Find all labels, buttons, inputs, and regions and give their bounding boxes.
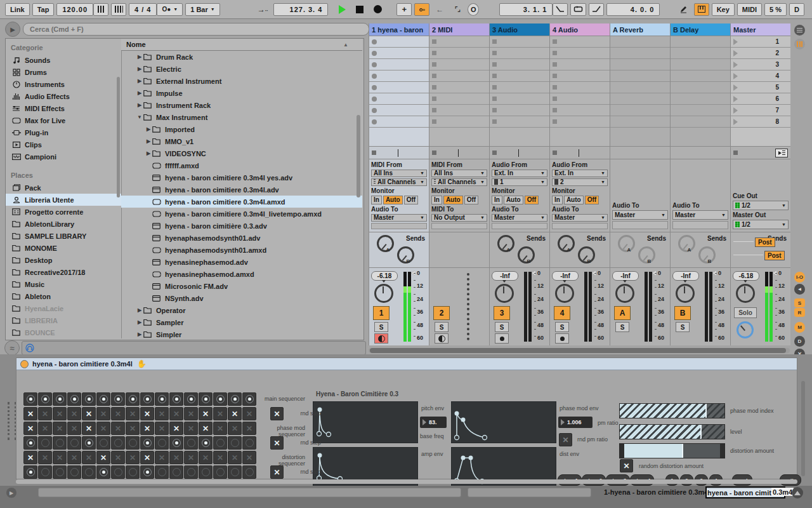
clip-slot[interactable] bbox=[671, 70, 730, 82]
post-toggle-b[interactable]: Post bbox=[764, 251, 785, 260]
track-activator-button[interactable]: 4 bbox=[554, 306, 570, 320]
track-activator-button[interactable]: 3 bbox=[494, 306, 510, 320]
send-b-knob[interactable]: B bbox=[518, 246, 535, 264]
cue-volume-knob[interactable] bbox=[737, 321, 754, 338]
seq-step-3-15[interactable]: ✕ bbox=[228, 422, 242, 435]
clip-slot[interactable] bbox=[550, 70, 610, 82]
seq-step-3-8[interactable]: ✕ bbox=[126, 422, 140, 435]
clip-slot[interactable] bbox=[429, 82, 489, 93]
file-row[interactable]: ▶Electric bbox=[121, 63, 362, 75]
show-returns-toggle[interactable]: ◄ bbox=[794, 284, 805, 295]
collapsed-arrow-icon[interactable]: ▶ bbox=[145, 150, 152, 156]
arm-button[interactable] bbox=[374, 333, 388, 344]
io-dropdown[interactable]: Master▼ bbox=[552, 214, 608, 222]
loop-button[interactable] bbox=[570, 3, 586, 16]
seq-step-3-10[interactable]: ✕ bbox=[155, 422, 169, 435]
seq-step-4-9[interactable] bbox=[140, 436, 154, 450]
file-row[interactable]: hyenasinephasemod.amxd bbox=[121, 268, 362, 280]
seq-step-3-12[interactable]: ✕ bbox=[184, 422, 198, 435]
rnd-step-toggle-6[interactable]: ✕ bbox=[270, 465, 284, 479]
track-header[interactable]: 4 Audio bbox=[550, 23, 610, 36]
file-row[interactable]: NSynth.adv bbox=[121, 292, 362, 304]
collapsed-arrow-icon[interactable]: ▶ bbox=[136, 331, 143, 337]
seq-step-6-10[interactable] bbox=[155, 465, 169, 479]
solo-button[interactable]: S bbox=[435, 322, 449, 332]
back-to-arrangement-button[interactable]: ← bbox=[432, 3, 447, 16]
stop-all-clips-button[interactable] bbox=[775, 149, 788, 157]
clip-slot[interactable] bbox=[369, 36, 429, 48]
clip-slot[interactable] bbox=[671, 82, 730, 93]
file-row[interactable]: hyena - baron cimitiere 0.3m4l.amxd bbox=[121, 196, 362, 208]
empty-scene-row[interactable] bbox=[610, 128, 670, 147]
file-row[interactable]: hyena - baron cimitiere 0.3m4l.adv bbox=[121, 184, 362, 196]
seq-step-4-2[interactable] bbox=[38, 436, 52, 450]
tempo-display[interactable]: 120.00 bbox=[56, 3, 93, 16]
seq-step-3-13[interactable]: ✕ bbox=[199, 422, 213, 435]
scene-slot[interactable]: 2 bbox=[731, 48, 790, 59]
seq-step-1-6[interactable] bbox=[96, 392, 110, 406]
post-toggle-a[interactable]: Post bbox=[755, 237, 775, 247]
key-map-button[interactable]: Key bbox=[712, 3, 735, 16]
rnd-step-toggle-2[interactable]: ✕ bbox=[270, 407, 284, 420]
expanded-arrow-icon[interactable]: ▼ bbox=[136, 114, 143, 120]
clip-slot[interactable] bbox=[550, 105, 610, 116]
collapsed-arrow-icon[interactable]: ▶ bbox=[136, 90, 143, 96]
stop-button[interactable] bbox=[352, 3, 367, 16]
io-dropdown[interactable]: Ext. In▼ bbox=[552, 170, 608, 177]
seq-step-6-14[interactable] bbox=[213, 465, 227, 479]
seq-step-6-11[interactable] bbox=[169, 465, 183, 479]
seq-step-5-9[interactable]: ✕ bbox=[140, 451, 154, 464]
scene-overview-toggle[interactable] bbox=[794, 25, 805, 36]
midi-map-button[interactable]: MIDI bbox=[737, 3, 762, 16]
seq-step-4-4[interactable] bbox=[67, 436, 81, 450]
seq-step-2-16[interactable]: ✕ bbox=[242, 407, 256, 420]
seq-step-6-12[interactable] bbox=[184, 465, 198, 479]
send-a-knob[interactable]: A bbox=[618, 235, 635, 252]
seq-step-1-14[interactable] bbox=[213, 392, 227, 406]
file-list-scrollbar[interactable] bbox=[357, 115, 360, 197]
io-dropdown[interactable]: All Ins▼ bbox=[371, 170, 427, 177]
rnd-pm-ratio-toggle[interactable]: ✕ bbox=[559, 433, 572, 446]
io-dropdown[interactable]: No Output▼ bbox=[431, 214, 487, 222]
scene-slot[interactable]: 7 bbox=[731, 105, 790, 116]
seq-step-2-5[interactable]: ✕ bbox=[82, 407, 96, 420]
empty-scene-row[interactable] bbox=[731, 128, 790, 147]
seq-step-2-13[interactable]: ✕ bbox=[199, 407, 213, 420]
base-freq-numbox[interactable]: 83. bbox=[420, 417, 447, 428]
clip-slot[interactable] bbox=[671, 59, 730, 70]
clip-slot[interactable] bbox=[490, 59, 549, 70]
track-header[interactable]: A Reverb bbox=[610, 23, 670, 36]
collapsed-arrow-icon[interactable]: ▶ bbox=[145, 138, 152, 144]
pan-knob[interactable] bbox=[736, 284, 755, 303]
seq-step-3-9[interactable]: ✕ bbox=[140, 422, 154, 435]
track-stop-button[interactable] bbox=[372, 150, 376, 155]
clip-slot[interactable] bbox=[671, 48, 730, 59]
clip-slot[interactable] bbox=[429, 59, 489, 70]
io-dropdown[interactable]: Ext. In▼ bbox=[492, 170, 547, 177]
file-row[interactable]: ▶Drum Rack bbox=[121, 51, 362, 63]
sidebar-item-recreative2017-18[interactable]: Recreative2017/18 bbox=[6, 266, 121, 278]
seq-step-2-11[interactable]: ✕ bbox=[169, 407, 183, 420]
seq-step-1-10[interactable] bbox=[155, 392, 169, 406]
max-edit-hand-icon[interactable]: ✋ bbox=[137, 361, 147, 367]
collapsed-arrow-icon[interactable]: ▶ bbox=[136, 307, 143, 313]
nudge-up-button[interactable] bbox=[111, 3, 126, 16]
seq-step-6-3[interactable] bbox=[53, 465, 67, 479]
clip-slot[interactable] bbox=[610, 105, 670, 116]
track-header[interactable]: 2 MIDI bbox=[429, 23, 489, 36]
file-row[interactable]: Microsonic FM.adv bbox=[121, 280, 362, 292]
slider-distortion-amount[interactable] bbox=[619, 443, 725, 458]
seq-step-1-4[interactable] bbox=[67, 392, 81, 406]
quantize-menu[interactable]: 1 Bar▼ bbox=[185, 3, 219, 16]
seq-step-5-4[interactable]: ✕ bbox=[67, 451, 81, 464]
volume-display[interactable]: -Inf bbox=[552, 271, 579, 281]
sidebar-item-sounds[interactable]: Sounds bbox=[6, 54, 121, 66]
empty-scene-row[interactable] bbox=[429, 128, 489, 147]
sidebar-item-bounce[interactable]: BOUNCE bbox=[6, 326, 121, 338]
seq-step-3-14[interactable]: ✕ bbox=[213, 422, 227, 435]
io-dropdown[interactable]: Master▼ bbox=[672, 210, 728, 220]
time-signature-display[interactable]: 4 / 4 bbox=[129, 3, 157, 16]
monitor-auto-button[interactable]: Auto bbox=[443, 196, 463, 204]
seq-step-1-15[interactable] bbox=[228, 392, 242, 406]
io-dropdown[interactable]: 1▼ bbox=[492, 178, 547, 186]
